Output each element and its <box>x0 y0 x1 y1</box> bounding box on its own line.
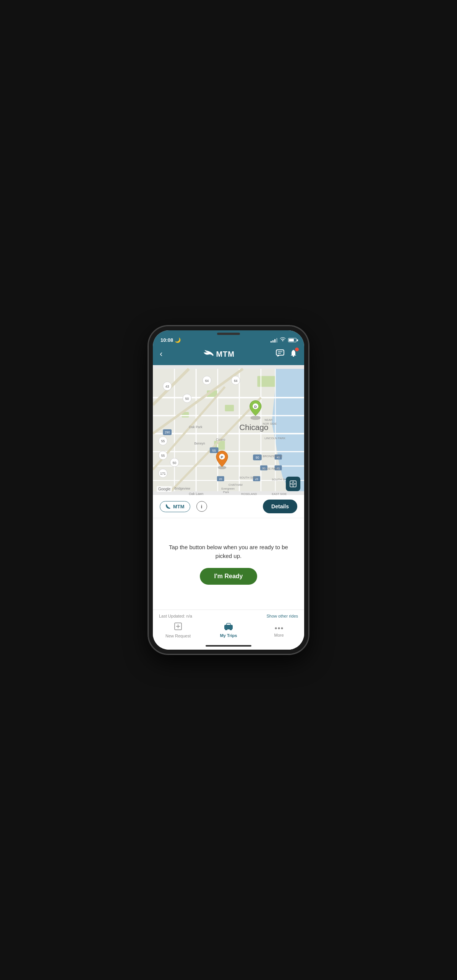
svg-text:171: 171 <box>160 472 165 475</box>
svg-text:Chicago: Chicago <box>239 423 268 432</box>
logo-text: MTM <box>216 350 235 359</box>
notification-badge <box>295 348 299 351</box>
google-logo: Google <box>157 486 172 492</box>
mtm-call-button[interactable]: MTM <box>160 501 190 512</box>
svg-point-72 <box>251 416 261 420</box>
locate-button[interactable] <box>286 477 300 491</box>
notification-button[interactable] <box>290 349 297 359</box>
bottom-panel: MTM i Details Tap the button below when … <box>153 495 304 650</box>
signal-icon <box>271 338 277 343</box>
svg-text:Bridgeview: Bridgeview <box>175 487 191 490</box>
svg-text:290: 290 <box>165 430 170 434</box>
my-trips-label: My Trips <box>220 633 237 638</box>
svg-text:HYDE PARK: HYDE PARK <box>263 467 279 471</box>
show-other-rides[interactable]: Show other rides <box>266 614 298 618</box>
svg-text:Cicero: Cicero <box>216 438 225 441</box>
last-updated-text: Last Updated: n/a <box>159 614 192 618</box>
svg-text:P: P <box>221 455 223 459</box>
header-icons <box>276 349 297 359</box>
svg-point-92 <box>278 627 280 629</box>
moon-icon: 🌙 <box>175 337 181 343</box>
svg-text:Park: Park <box>223 490 229 494</box>
svg-text:55: 55 <box>161 454 165 458</box>
tab-bar: New Request My Trips <box>153 621 304 640</box>
home-indicator <box>153 642 304 650</box>
svg-point-93 <box>281 627 283 629</box>
svg-text:BRONZEVILLE: BRONZEVILLE <box>263 454 283 458</box>
svg-text:64: 64 <box>205 379 209 383</box>
map-view: 43 64 64 50 290 55 90 50 171 55 <box>153 365 304 495</box>
svg-text:55: 55 <box>161 439 165 443</box>
bottom-nav: Last Updated: n/a Show other rides New R… <box>153 610 304 642</box>
wifi-icon <box>280 337 286 343</box>
svg-text:43: 43 <box>165 385 169 388</box>
svg-text:55: 55 <box>212 449 216 453</box>
ready-section: Tap the button below when you are ready … <box>153 518 304 610</box>
tab-new-request[interactable]: New Request <box>165 622 191 638</box>
ready-button[interactable]: I'm Ready <box>200 568 258 585</box>
svg-text:50: 50 <box>185 397 189 401</box>
svg-text:CHATHAM: CHATHAM <box>228 483 243 487</box>
svg-text:Berwyn: Berwyn <box>194 441 205 445</box>
svg-text:64: 64 <box>234 379 238 383</box>
battery-icon <box>288 338 297 342</box>
svg-text:LINCOLN PARK: LINCOLN PARK <box>264 437 285 440</box>
svg-point-91 <box>275 627 277 629</box>
action-bar: MTM i Details <box>153 495 304 518</box>
logo-bird-icon <box>204 348 214 360</box>
more-icon <box>274 623 284 632</box>
more-label: More <box>274 633 284 637</box>
tab-my-trips[interactable]: My Trips <box>215 623 242 638</box>
svg-text:SOUTH SIDE: SOUTH SIDE <box>239 476 257 479</box>
svg-text:Evergreen: Evergreen <box>221 487 235 490</box>
last-updated-bar: Last Updated: n/a Show other rides <box>153 612 304 621</box>
back-button[interactable]: ‹ <box>160 349 162 359</box>
svg-text:NEAR: NEAR <box>264 418 272 422</box>
instruction-text: Tap the button below when you are ready … <box>160 543 297 560</box>
svg-text:Oak Lawn: Oak Lawn <box>189 492 203 495</box>
app-header: ‹ MTM <box>153 345 304 365</box>
my-trips-icon <box>224 623 233 632</box>
app-logo: MTM <box>204 348 235 360</box>
svg-text:D: D <box>254 404 257 409</box>
svg-text:50: 50 <box>173 461 177 465</box>
svg-rect-7 <box>225 405 234 411</box>
svg-point-79 <box>292 483 294 485</box>
chat-button[interactable] <box>276 349 284 359</box>
info-button[interactable]: i <box>196 501 207 512</box>
time-display: 10:08 <box>160 337 173 343</box>
new-request-label: New Request <box>165 634 191 638</box>
svg-text:20: 20 <box>219 477 222 481</box>
svg-rect-3 <box>293 356 294 357</box>
svg-text:Oak Park: Oak Park <box>189 425 203 429</box>
new-request-icon <box>174 622 182 632</box>
svg-text:EAST SIDE: EAST SIDE <box>272 492 287 495</box>
tab-more[interactable]: More <box>266 623 292 637</box>
svg-text:90: 90 <box>256 456 259 459</box>
svg-rect-0 <box>276 350 284 355</box>
svg-text:ROSELAND: ROSELAND <box>241 492 257 495</box>
details-button[interactable]: Details <box>263 500 297 513</box>
svg-rect-5 <box>257 376 275 387</box>
